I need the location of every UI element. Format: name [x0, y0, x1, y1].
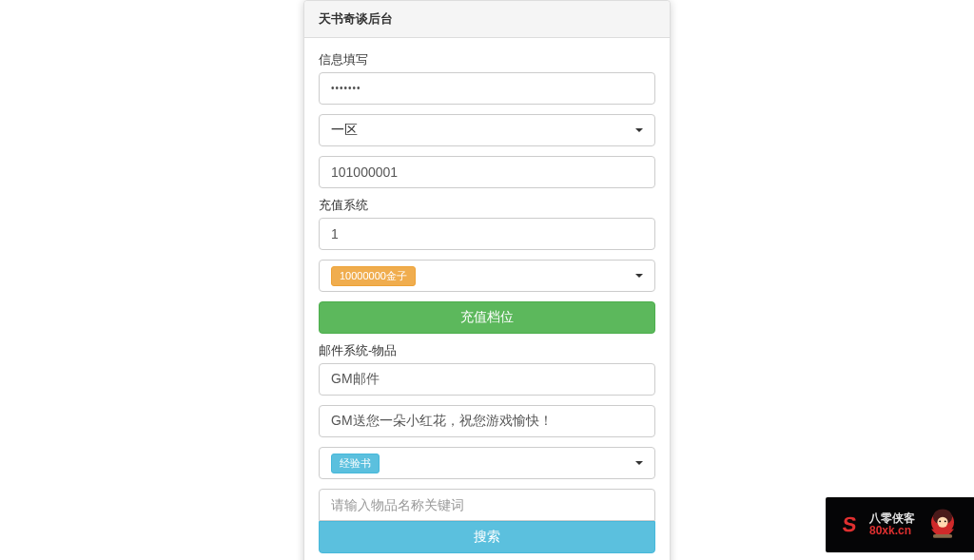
- chevron-down-icon: [635, 461, 643, 465]
- password-masked: •••••••: [331, 82, 361, 95]
- site-watermark: S 八零侠客 80xk.cn: [826, 497, 974, 552]
- region-selected-value: 一区: [331, 122, 358, 139]
- recharge-button[interactable]: 充值档位: [319, 301, 655, 334]
- info-section-label: 信息填写: [319, 52, 655, 68]
- item-selected-badge: 经验书: [331, 454, 380, 473]
- panel-body: 信息填写 ••••••• 一区 充值系统 10000000金子 充值档位 邮件系…: [304, 38, 670, 560]
- item-search-input[interactable]: [319, 489, 655, 521]
- svg-point-2: [937, 517, 947, 528]
- chevron-down-icon: [635, 128, 643, 132]
- chevron-down-icon: [635, 274, 643, 278]
- item-select[interactable]: 经验书: [319, 447, 655, 479]
- mail-section-label: 邮件系统-物品: [319, 343, 655, 359]
- recharge-section-label: 充值系统: [319, 198, 655, 214]
- search-button[interactable]: 搜索: [319, 521, 655, 553]
- watermark-line2: 80xk.cn: [869, 525, 915, 537]
- watermark-logo-icon: S: [833, 511, 865, 539]
- svg-rect-5: [933, 534, 952, 538]
- password-field[interactable]: •••••••: [319, 72, 655, 105]
- currency-select[interactable]: 10000000金子: [319, 260, 655, 292]
- panel-title: 天书奇谈后台: [304, 1, 670, 38]
- svg-point-4: [945, 520, 946, 522]
- mail-subject-input[interactable]: [319, 363, 655, 396]
- svg-point-3: [939, 520, 941, 522]
- region-select[interactable]: 一区: [319, 114, 655, 146]
- watermark-flower-icon: [921, 503, 964, 547]
- watermark-text: 八零侠客 80xk.cn: [869, 512, 915, 537]
- currency-selected-badge: 10000000金子: [331, 266, 416, 286]
- admin-panel: 天书奇谈后台 信息填写 ••••••• 一区 充值系统 10000000金子 充…: [303, 0, 671, 560]
- recharge-amount-input[interactable]: [319, 218, 655, 250]
- player-id-input[interactable]: [319, 156, 655, 188]
- mail-body-input[interactable]: [319, 405, 655, 437]
